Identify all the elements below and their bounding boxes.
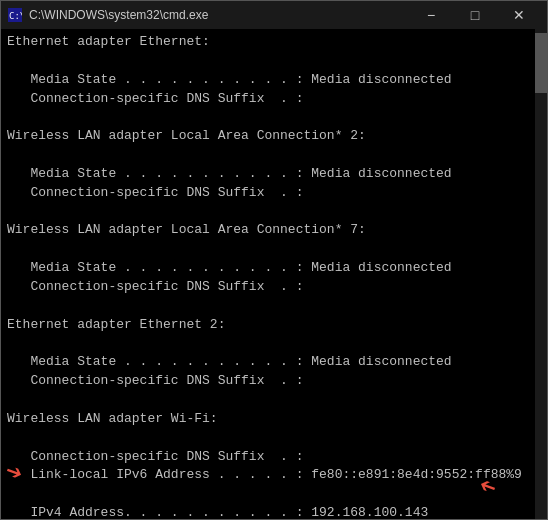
terminal-line <box>7 485 541 504</box>
terminal-line: Wireless LAN adapter Local Area Connecti… <box>7 127 541 146</box>
terminal-line: Connection-specific DNS Suffix . : <box>7 372 541 391</box>
terminal-line <box>7 52 541 71</box>
terminal-lines: Ethernet adapter Ethernet: Media State .… <box>7 33 541 519</box>
scrollbar-thumb[interactable] <box>535 33 547 93</box>
terminal-line: IPv4 Address. . . . . . . . . . . : 192.… <box>7 504 541 519</box>
terminal-line: Connection-specific DNS Suffix . : <box>7 278 541 297</box>
terminal-line <box>7 108 541 127</box>
terminal-line: Wireless LAN adapter Local Area Connecti… <box>7 221 541 240</box>
close-button[interactable]: ✕ <box>497 1 541 29</box>
svg-text:C:\: C:\ <box>9 11 22 21</box>
terminal-line <box>7 203 541 222</box>
restore-button[interactable]: □ <box>453 1 497 29</box>
terminal-line <box>7 240 541 259</box>
terminal-line: Media State . . . . . . . . . . . : Medi… <box>7 165 541 184</box>
terminal-line <box>7 391 541 410</box>
terminal-line: Connection-specific DNS Suffix . : <box>7 184 541 203</box>
cmd-window: C:\ C:\WINDOWS\system32\cmd.exe − □ ✕ Et… <box>0 0 548 520</box>
terminal-line: Connection-specific DNS Suffix . : <box>7 90 541 109</box>
terminal-output: Ethernet adapter Ethernet: Media State .… <box>1 29 547 519</box>
terminal-line: Wireless LAN adapter Wi-Fi: <box>7 410 541 429</box>
minimize-button[interactable]: − <box>409 1 453 29</box>
terminal-line: Ethernet adapter Ethernet: <box>7 33 541 52</box>
terminal-line: Media State . . . . . . . . . . . : Medi… <box>7 71 541 90</box>
terminal-line: Link-local IPv6 Address . . . . . : fe80… <box>7 466 541 485</box>
terminal-line <box>7 297 541 316</box>
terminal-line: Connection-specific DNS Suffix . : <box>7 448 541 467</box>
window-title: C:\WINDOWS\system32\cmd.exe <box>29 8 409 22</box>
terminal-line <box>7 146 541 165</box>
title-bar: C:\ C:\WINDOWS\system32\cmd.exe − □ ✕ <box>1 1 547 29</box>
terminal-line <box>7 335 541 354</box>
cmd-icon: C:\ <box>7 7 23 23</box>
terminal-line: Media State . . . . . . . . . . . : Medi… <box>7 259 541 278</box>
terminal-line: Ethernet adapter Ethernet 2: <box>7 316 541 335</box>
scrollbar[interactable] <box>535 29 547 519</box>
window-controls: − □ ✕ <box>409 1 541 29</box>
terminal-line <box>7 429 541 448</box>
terminal-line: Media State . . . . . . . . . . . : Medi… <box>7 353 541 372</box>
